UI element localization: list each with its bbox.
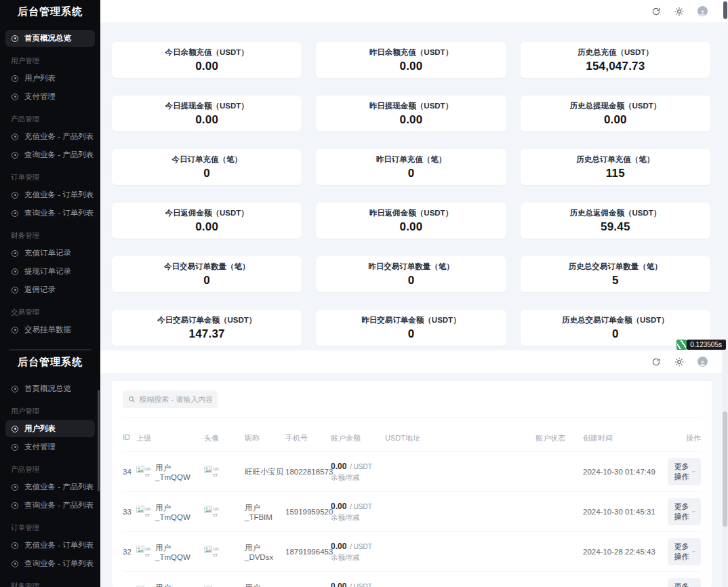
cell-phone: 18791996453 (285, 548, 331, 556)
sidebar-item-recharge-orders[interactable]: 充值业务 - 订单列表 (5, 537, 95, 554)
stat-card-value: 0.00 (195, 60, 218, 73)
more-actions-button[interactable]: 更多操作 (668, 458, 701, 485)
sidebar-item-label: 用户列表 (24, 73, 56, 83)
menu-dot-icon (12, 192, 18, 199)
stat-card-label: 历史总交易订单数量（笔） (569, 262, 662, 272)
refresh-icon[interactable] (651, 357, 662, 367)
column-header: ID (123, 433, 136, 443)
stat-card-label: 今日余额充值（USDT） (165, 47, 249, 58)
refresh-icon[interactable] (651, 6, 662, 17)
sidebar-item-recharge-products[interactable]: 充值业务 - 产品列表 (5, 479, 95, 495)
cell-parent: user用户_TmQQW (136, 583, 204, 587)
user-avatar-icon[interactable] (697, 6, 708, 17)
debug-badge[interactable]: 0.123505s (676, 340, 726, 350)
search-box[interactable] (123, 390, 218, 408)
sidebar-section-header: 用户管理 (0, 399, 100, 419)
stats-grid: 今日余额充值（USDT）0.00昨日余额充值（USDT）0.00历史总充值（US… (100, 22, 728, 350)
sidebar-nav: 首页概况总览用户管理用户列表支付管理产品管理充值业务 - 产品列表查询业务 - … (0, 380, 100, 587)
sidebar-item-label: 充值业务 - 产品列表 (24, 482, 94, 492)
sidebar-item-recharge-records[interactable]: 充值订单记录 (5, 245, 95, 262)
sidebar-item-payment[interactable]: 支付管理 (5, 439, 95, 456)
menu-dot-icon (12, 542, 18, 549)
stat-card-value: 0 (408, 327, 415, 341)
sidebar-item-label: 首页概况总览 (24, 33, 71, 43)
sidebar-item-overview[interactable]: 首页概况总览 (5, 380, 95, 397)
cell-nickname: 用户_TFBIM (245, 503, 285, 521)
sidebar-item-recharge-orders[interactable]: 充值业务 - 订单列表 (5, 186, 95, 203)
table-row: 32user用户_TmQQWuser用户_DVDsx187919964530.0… (123, 531, 701, 571)
stat-card-label: 历史总交易订单金额（USDT） (562, 315, 669, 325)
stat-card-label: 历史总返佣金额（USDT） (569, 208, 661, 218)
stat-card-value: 5 (612, 274, 619, 287)
stat-card: 昨日交易订单数量（笔）0 (316, 256, 506, 292)
balance-value: 0.00 (331, 502, 346, 511)
stat-card-label: 历史总提现金额（USDT） (569, 101, 661, 111)
menu-dot-icon (12, 561, 18, 567)
sidebar-item-label: 交易挂单数据 (24, 325, 71, 335)
more-actions-button[interactable]: 更多操作 (668, 538, 701, 565)
search-input[interactable] (139, 395, 212, 403)
stat-card: 今日返佣金额（USDT）0.00 (112, 203, 302, 239)
page-scrollbar[interactable] (722, 350, 728, 587)
balance-adjust-link[interactable]: 余额增减 (331, 473, 359, 483)
stat-card: 昨日交易订单金额（USDT）0 (316, 310, 506, 346)
stat-card: 昨日返佣金额（USDT）0.00 (316, 203, 506, 239)
sidebar-item-query-orders[interactable]: 查询业务 - 订单列表 (5, 555, 95, 572)
menu-dot-icon (12, 94, 18, 100)
sidebar-item-withdraw-records[interactable]: 提现订单记录 (5, 263, 95, 280)
balance-value: 0.00 (331, 542, 346, 551)
cell-avatar: user (204, 546, 245, 558)
column-header: 头像 (204, 433, 245, 443)
toggle-knob (526, 553, 534, 561)
cell-avatar: user (204, 506, 245, 518)
balance-adjust-link[interactable]: 余额增减 (331, 553, 359, 563)
sidebar: 后台管理系统 首页概况总览用户管理用户列表支付管理产品管理充值业务 - 产品列表… (0, 0, 100, 350)
search-icon (128, 395, 135, 403)
sidebar-section-header: 财务管理 (0, 573, 100, 587)
column-header: 昵称 (245, 433, 285, 443)
table-row: 34user用户_TmQQWuser旺旺小宝贝180228185730.00 /… (123, 451, 701, 491)
parent-name: 用户_TmQQW (155, 583, 204, 587)
more-actions-button[interactable]: 更多操作 (668, 578, 701, 587)
sidebar-section-header: 订单管理 (0, 165, 100, 185)
theme-sun-icon[interactable] (674, 6, 685, 17)
sidebar-item-query-products[interactable]: 查询业务 - 产品列表 (5, 497, 95, 514)
sidebar-item-overview[interactable]: 首页概况总览 (5, 30, 95, 47)
stat-card-label: 昨日余额充值（USDT） (369, 47, 453, 58)
theme-sun-icon[interactable] (674, 357, 685, 367)
sidebar-item-payment[interactable]: 支付管理 (5, 88, 95, 105)
sidebar-item-query-products[interactable]: 查询业务 - 产品列表 (5, 146, 95, 163)
stat-card-value: 0 (612, 327, 619, 341)
more-actions-button[interactable]: 更多操作 (668, 498, 701, 525)
menu-dot-icon (12, 287, 18, 294)
stat-card: 历史总提现金额（USDT）0.00 (521, 96, 710, 131)
cell-balance: 0.00 / USDT余额增减 (331, 542, 385, 563)
menu-dot-icon (12, 444, 18, 451)
stat-card-label: 今日订单充值（笔） (171, 155, 242, 165)
stat-card: 今日交易订单金额（USDT）147.37 (112, 310, 302, 346)
sidebar-item-user-list[interactable]: 用户列表 (5, 420, 95, 437)
table-row: 31user用户_TmQQWuser用户_qFGIG152311615110.0… (123, 571, 701, 587)
app-title: 后台管理系统 (0, 0, 100, 24)
sidebar-item-label: 用户列表 (24, 424, 56, 434)
balance-adjust-link[interactable]: 余额增减 (331, 513, 359, 523)
column-header: 创建时间 (583, 433, 668, 443)
user-avatar-icon[interactable] (697, 357, 708, 367)
user-table-body: 34user用户_TmQQWuser旺旺小宝贝180228185730.00 /… (123, 451, 701, 587)
sidebar-item-user-list[interactable]: 用户列表 (5, 70, 95, 87)
stat-card: 今日余额充值（USDT）0.00 (112, 42, 302, 78)
sidebar-item-rebate-records[interactable]: 返佣记录 (5, 281, 95, 298)
sidebar-scrollbar[interactable] (98, 390, 100, 491)
column-header: USDT地址 (385, 433, 535, 443)
cell-balance: 0.00 / USDT余额增减 (331, 502, 385, 523)
sidebar-item-trade-pending[interactable]: 交易挂单数据 (5, 321, 95, 338)
sidebar-item-recharge-products[interactable]: 充值业务 - 产品列表 (5, 128, 95, 145)
stat-card-label: 昨日交易订单金额（USDT） (361, 315, 460, 325)
sidebar-item-query-orders[interactable]: 查询业务 - 订单列表 (5, 205, 95, 222)
balance-value: 0.00 (331, 462, 346, 471)
stat-card-label: 昨日返佣金额（USDT） (369, 208, 453, 218)
cell-action: 更多操作 (668, 458, 701, 485)
page-scrollbar[interactable] (723, 0, 728, 350)
stat-card-label: 今日交易订单金额（USDT） (157, 315, 256, 325)
chevron-down-icon (692, 509, 695, 514)
